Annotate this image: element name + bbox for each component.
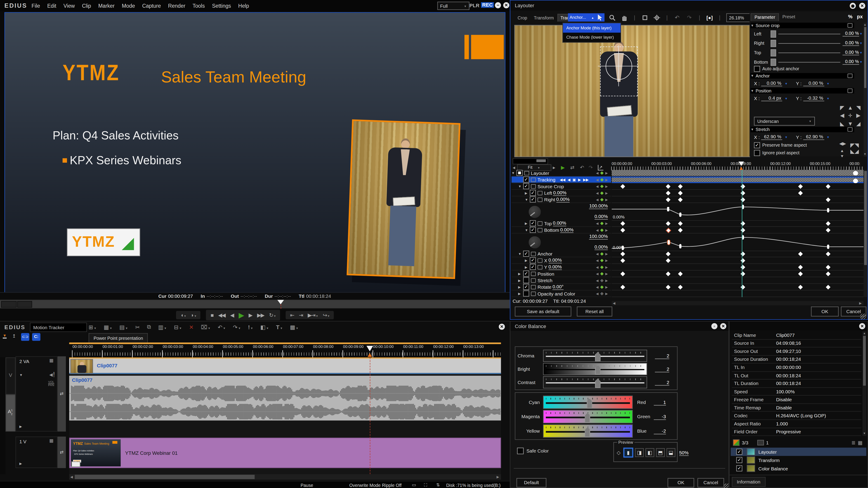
- effect-row-layouter[interactable]: ✓Layouter: [731, 448, 866, 456]
- curve-editor-icon[interactable]: ↗: [598, 165, 603, 170]
- add-keyframe-icon[interactable]: ◆: [600, 271, 603, 276]
- next-frame-button[interactable]: ▶: [578, 177, 581, 182]
- anchor-tool-icon[interactable]: [652, 13, 661, 22]
- stretch-h-icon[interactable]: ◀▶: [839, 141, 846, 146]
- curve-point[interactable]: [679, 244, 682, 249]
- stretch-corners-icon[interactable]: ◤◥◣◢: [850, 142, 859, 154]
- rewind-button[interactable]: ◀◀: [218, 312, 225, 318]
- curve-point-selected[interactable]: [667, 239, 671, 245]
- slider-track[interactable]: [778, 62, 840, 62]
- next-keyframe-icon[interactable]: ▶: [605, 171, 608, 175]
- row-checkbox[interactable]: [517, 170, 523, 176]
- balance-slider[interactable]: [543, 410, 633, 423]
- keyframe-lane-opacity-and-color[interactable]: [612, 291, 864, 297]
- timeline-h-scrollbar[interactable]: ◀ ▶: [69, 474, 501, 480]
- row-checkbox[interactable]: ✓: [523, 183, 529, 189]
- add-marker-icon[interactable]: !▼: [248, 324, 253, 330]
- keyframe-diamond[interactable]: [826, 228, 831, 232]
- prev-frame-button[interactable]: ◀: [567, 177, 570, 182]
- prev-keyframe-icon[interactable]: ◀: [596, 221, 598, 225]
- next-keyframe-icon[interactable]: ▶: [605, 278, 608, 282]
- export-row-icon[interactable]: [524, 171, 529, 175]
- effect-checkbox[interactable]: ✓: [736, 449, 742, 455]
- information-title-bar[interactable]: ✕: [730, 322, 868, 330]
- nudge-down-left-icon[interactable]: ◣: [840, 121, 844, 127]
- prev-keyframe-icon[interactable]: ◀: [596, 265, 598, 269]
- unit-px-button[interactable]: px: [857, 14, 863, 19]
- export-section-icon[interactable]: [847, 127, 852, 132]
- layouter-tab-crop[interactable]: Crop: [514, 13, 530, 21]
- keyframe-diamond[interactable]: [826, 285, 831, 290]
- add-keyframe-icon[interactable]: ◆: [600, 265, 603, 269]
- add-keyframe-icon[interactable]: ◆: [600, 221, 603, 226]
- prev-keyframe-icon[interactable]: ◀: [596, 171, 598, 175]
- add-keyframe-icon[interactable]: ◆: [600, 285, 603, 289]
- export-row-icon[interactable]: [531, 285, 536, 289]
- menu-marker[interactable]: Marker: [98, 3, 115, 9]
- scrubber-left-button[interactable]: [1, 301, 17, 307]
- preview-percent-value[interactable]: 50%: [679, 450, 689, 456]
- next-keyframe-icon[interactable]: ▶: [605, 252, 608, 256]
- keyframe-diamond[interactable]: [620, 184, 625, 189]
- ok-button[interactable]: OK: [811, 306, 839, 317]
- timeline-ruler[interactable]: 00:00:00:0000:00:01:0000:00:02:0000:00:0…: [69, 344, 501, 350]
- keyframe-diamond[interactable]: [666, 191, 671, 195]
- next-keyframe-button[interactable]: ▶▶: [583, 177, 589, 182]
- crop-value[interactable]: 0.00 %: [842, 40, 859, 46]
- curve-point[interactable]: [827, 208, 829, 213]
- nudge-down-icon[interactable]: ▼: [847, 121, 853, 127]
- position-x-field[interactable]: 0.4 px: [761, 95, 782, 101]
- tab-preset[interactable]: Preset: [779, 13, 799, 21]
- row-value[interactable]: 0.00%: [548, 257, 562, 263]
- contrast-slider[interactable]: [543, 376, 647, 388]
- keyframe-diamond[interactable]: [741, 271, 745, 276]
- c-drive-button[interactable]: C:: [32, 333, 40, 341]
- set-out-point-button[interactable]: ◗▼: [191, 312, 196, 318]
- close-button[interactable]: ✕: [503, 2, 509, 8]
- export-section-icon[interactable]: [847, 74, 852, 78]
- row-value[interactable]: 0.00%: [560, 227, 574, 233]
- curve-knob[interactable]: [528, 236, 541, 249]
- keyframe-lane-source-crop[interactable]: [612, 183, 864, 190]
- keyframe-diamond[interactable]: [826, 197, 831, 202]
- keyframe-row-stretch[interactable]: ▶Stretch◀◆▶: [512, 277, 611, 284]
- next-edit-point-button[interactable]: ▶⇥▼: [308, 312, 318, 318]
- keyframe-row-top[interactable]: ▶✓Top0.00%◀◆▶: [512, 220, 611, 227]
- next-keyframe-icon[interactable]: ▶: [605, 191, 608, 195]
- keyframe-lane-bottom[interactable]: [612, 227, 864, 233]
- curve-max-value[interactable]: 100.00%: [589, 203, 608, 209]
- keyframe-diamond[interactable]: [678, 191, 683, 195]
- preserve-frame-aspect-checkbox[interactable]: ✓: [754, 142, 760, 148]
- balance-slider[interactable]: [543, 424, 633, 437]
- keyframe-diamond[interactable]: [666, 228, 671, 233]
- export-row-icon[interactable]: [531, 271, 536, 276]
- row-value[interactable]: 0.00%: [556, 196, 569, 202]
- red-value[interactable]: 1: [654, 399, 666, 405]
- anchor-mode-dropdown[interactable]: Anchor... ▲: [568, 13, 596, 22]
- nudge-up-icon[interactable]: ▲: [847, 104, 853, 110]
- prev-keyframe-icon[interactable]: ◀: [596, 177, 598, 182]
- expand-icon[interactable]: ▶: [525, 191, 530, 195]
- prev-keyframe-icon[interactable]: ◀: [596, 271, 598, 275]
- row-checkbox[interactable]: ✓: [523, 176, 529, 183]
- collapse-icon[interactable]: ▼: [525, 228, 530, 232]
- export-row-icon[interactable]: [531, 291, 536, 296]
- audio-clip[interactable]: Clip0077: [69, 376, 501, 420]
- curve-max-value[interactable]: 100.00%: [589, 233, 608, 239]
- play-button[interactable]: ▶: [239, 311, 244, 319]
- export-row-icon[interactable]: [531, 278, 536, 283]
- keyframe-row-rotate[interactable]: ▶✓Rotate0.00°◀◆▶: [512, 284, 611, 290]
- layouter-title-bar[interactable]: Layouter ◉ ✕: [510, 0, 868, 10]
- row-checkbox[interactable]: ✓: [530, 196, 536, 202]
- keyframe-diamond[interactable]: [678, 285, 683, 290]
- cut-icon[interactable]: ✂: [135, 324, 140, 330]
- slide-clip[interactable]: YTMZ Sales Team Meeting Plan: Q4 Sales A…: [69, 437, 501, 468]
- recorder-mode-rec[interactable]: REC: [481, 2, 494, 8]
- row-checkbox[interactable]: ✓: [523, 284, 529, 290]
- close-icon[interactable]: ✕: [499, 324, 505, 330]
- keyframe-diamond[interactable]: [678, 184, 683, 189]
- keyframe-h-scrollbar[interactable]: ◀ ▶: [612, 301, 864, 305]
- timeline-playhead[interactable]: [366, 346, 373, 351]
- nudge-down-right-icon[interactable]: ◢: [856, 121, 861, 127]
- menu-render[interactable]: Render: [168, 3, 185, 9]
